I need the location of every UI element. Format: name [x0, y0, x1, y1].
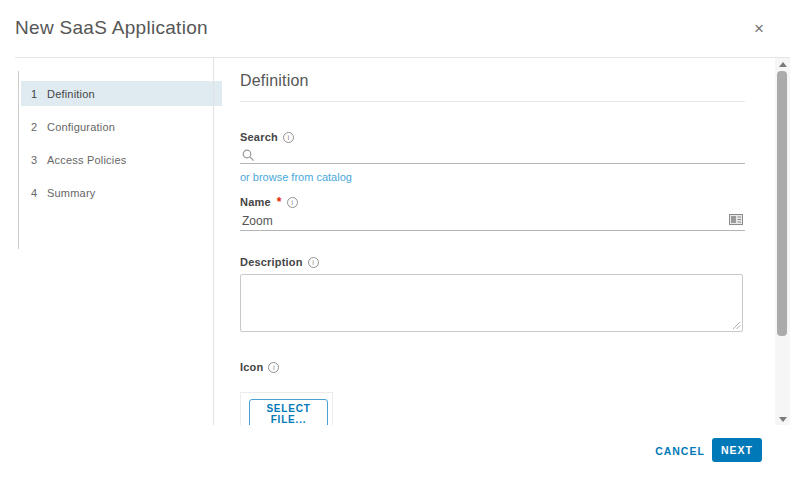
- wizard-step-nav: 1 Definition 2 Configuration 3 Access Po…: [15, 58, 213, 425]
- search-label: Search: [240, 131, 278, 143]
- next-button[interactable]: NEXT: [712, 438, 762, 462]
- select-file-button[interactable]: SELECT FILE...: [249, 399, 328, 425]
- description-field: [240, 274, 743, 332]
- vertical-scrollbar[interactable]: [775, 58, 790, 425]
- info-icon[interactable]: i: [308, 257, 319, 268]
- step-label: Summary: [47, 187, 95, 199]
- dialog-body: 1 Definition 2 Configuration 3 Access Po…: [15, 57, 790, 425]
- search-label-row: Search i: [240, 131, 294, 143]
- definition-form: Definition Search i or browse from catal…: [240, 58, 745, 425]
- resize-grip-icon[interactable]: [732, 321, 741, 330]
- dialog-title: New SaaS Application: [15, 17, 208, 39]
- search-icon: [242, 149, 255, 162]
- step-label: Access Policies: [47, 154, 126, 166]
- search-field: [240, 146, 745, 164]
- scroll-up-arrow-icon[interactable]: [779, 62, 787, 67]
- step-label: Configuration: [47, 121, 115, 133]
- description-label: Description: [240, 256, 303, 268]
- step-label: Definition: [47, 88, 95, 100]
- icon-label: Icon: [240, 361, 263, 373]
- info-icon[interactable]: i: [283, 132, 294, 143]
- heading-divider: [240, 101, 745, 102]
- description-textarea[interactable]: [240, 274, 743, 332]
- autofill-contact-icon: [729, 214, 743, 225]
- info-icon[interactable]: i: [268, 362, 279, 373]
- step-number: 2: [31, 121, 39, 133]
- cancel-button[interactable]: CANCEL: [650, 440, 710, 462]
- step-configuration[interactable]: 2 Configuration: [21, 114, 222, 139]
- name-label-row: Name * i: [240, 195, 298, 209]
- scroll-down-arrow-icon[interactable]: [779, 417, 787, 422]
- icon-dropzone: SELECT FILE...: [240, 392, 333, 425]
- step-access-policies[interactable]: 3 Access Policies: [21, 147, 222, 172]
- step-number: 4: [31, 187, 39, 199]
- stepnav-vertical-line: [18, 71, 19, 249]
- scrollbar-thumb[interactable]: [777, 71, 787, 336]
- step-definition[interactable]: 1 Definition: [21, 81, 222, 106]
- description-label-row: Description i: [240, 256, 319, 268]
- search-input[interactable]: [260, 146, 740, 162]
- info-icon[interactable]: i: [287, 197, 298, 208]
- step-number: 3: [31, 154, 39, 166]
- step-number: 1: [31, 88, 39, 100]
- new-saas-application-dialog: New SaaS Application × 1 Definition 2 Co…: [0, 0, 808, 482]
- name-field: [240, 210, 745, 231]
- name-label: Name: [240, 196, 271, 208]
- close-icon[interactable]: ×: [748, 18, 770, 40]
- step-summary[interactable]: 4 Summary: [21, 180, 222, 205]
- sidebar-content-divider: [213, 58, 214, 425]
- browse-from-catalog-link[interactable]: or browse from catalog: [240, 171, 352, 183]
- page-title: Definition: [240, 72, 309, 90]
- icon-label-row: Icon i: [240, 361, 279, 373]
- required-asterisk: *: [277, 195, 282, 209]
- name-input[interactable]: [242, 213, 712, 229]
